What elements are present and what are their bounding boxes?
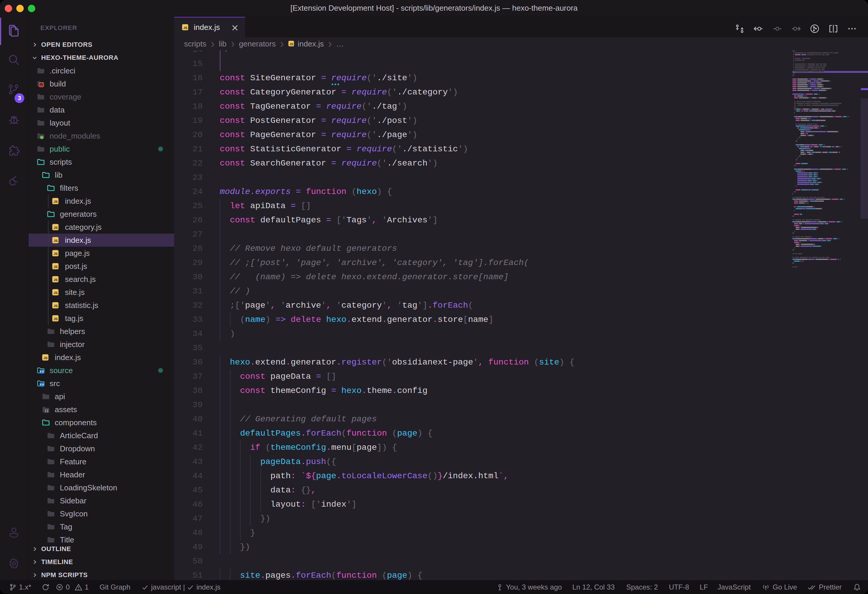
svg-text:JS: JS (54, 278, 58, 282)
svg-text:JS: JS (54, 265, 58, 268)
svg-text:JS: JS (289, 42, 293, 46)
svg-text:JS: JS (54, 291, 58, 295)
svg-text:JS: JS (54, 252, 58, 255)
svg-text:JS: JS (43, 356, 47, 360)
svg-text:JS: JS (54, 239, 58, 243)
svg-text:JS: JS (54, 317, 58, 321)
svg-text:JS: JS (54, 226, 58, 230)
svg-text:JS: JS (183, 26, 187, 29)
svg-text:JS: JS (54, 304, 58, 308)
svg-text:JS: JS (54, 200, 58, 203)
